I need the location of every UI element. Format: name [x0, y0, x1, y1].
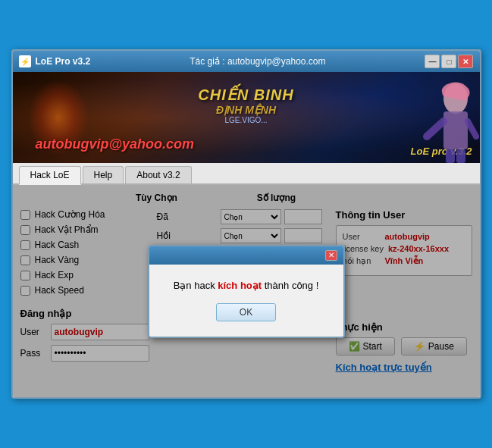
banner-title-line1: CHIẾN BINH [198, 86, 293, 104]
modal-close-button[interactable]: ✕ [325, 250, 337, 261]
window-author: Tác giả : autobugvip@yahoo.com [190, 56, 325, 67]
tab-about[interactable]: About v3.2 [125, 166, 191, 183]
tab-hack-loe[interactable]: Hack LoE [19, 166, 81, 185]
modal-msg-highlight: kích hoạt [218, 280, 262, 291]
app-icon: ⚡ [19, 55, 31, 67]
game-banner: CHIẾN BINH ĐỊNH MỆNH LGE.VIGO... autobug… [13, 72, 480, 163]
banner-game-title: CHIẾN BINH ĐỊNH MỆNH LGE.VIGO... [198, 86, 293, 124]
banner-title-line2: ĐỊNH MỆNH [198, 104, 293, 116]
modal-body: Bạn hack kích hoạt thành công ! OK [149, 265, 343, 337]
maximize-button[interactable]: □ [441, 55, 456, 68]
title-buttons: — □ ✕ [425, 55, 473, 68]
modal-ok-button[interactable]: OK [216, 303, 276, 321]
modal-message: Bạn hack kích hoạt thành công ! [161, 280, 331, 291]
close-window-button[interactable]: ✕ [458, 55, 473, 68]
main-content: ✕ Bạn hack kích hoạt thành công ! OK Tùy… [13, 185, 480, 397]
banner-character [396, 80, 480, 163]
window-title: LoE Pro v3.2 [36, 56, 91, 67]
main-window: ⚡ LoE Pro v3.2 Tác giả : autobugvip@yaho… [11, 49, 481, 399]
modal-msg-before: Bạn hack [174, 280, 218, 291]
svg-rect-4 [446, 149, 455, 163]
success-modal: ✕ Bạn hack kích hoạt thành công ! OK [148, 245, 345, 338]
modal-title-bar: ✕ [149, 246, 343, 265]
svg-rect-1 [443, 111, 468, 149]
svg-rect-5 [456, 149, 465, 163]
modal-msg-after: thành công ! [262, 280, 318, 291]
modal-overlay: ✕ Bạn hack kích hoạt thành công ! OK [13, 185, 480, 397]
svg-line-2 [427, 121, 443, 136]
title-bar-left: ⚡ LoE Pro v3.2 [19, 55, 91, 67]
title-bar: ⚡ LoE Pro v3.2 Tác giả : autobugvip@yaho… [13, 51, 480, 72]
banner-email: autobugvip@yahoo.com [36, 136, 195, 152]
tab-bar: Hack LoE Help About v3.2 [13, 163, 480, 185]
svg-line-3 [468, 121, 476, 136]
banner-site: LGE.VIGO... [198, 116, 293, 124]
minimize-button[interactable]: — [425, 55, 440, 68]
tab-help[interactable]: Help [83, 166, 124, 183]
modal-title [155, 251, 158, 260]
